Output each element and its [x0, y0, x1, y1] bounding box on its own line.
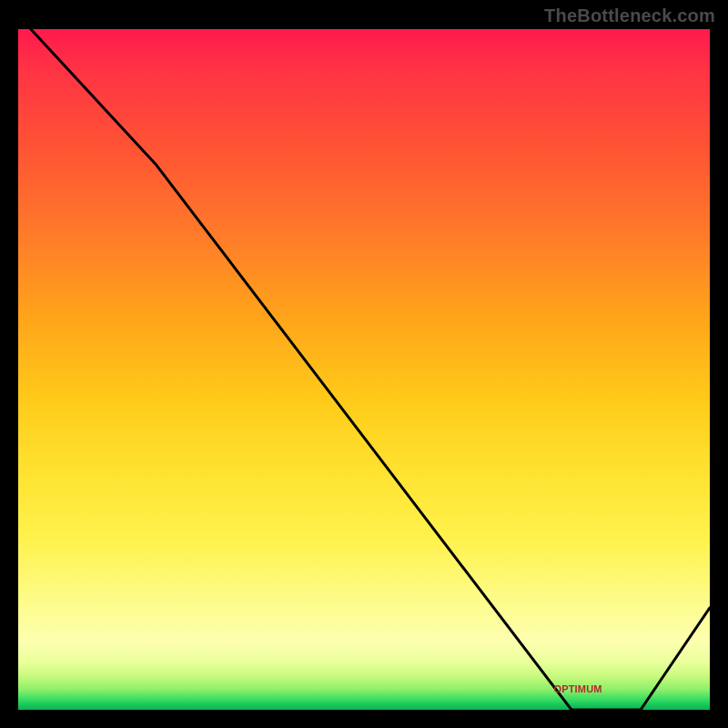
curve-path	[18, 29, 710, 710]
bottleneck-curve	[18, 29, 710, 710]
plot-frame: OPTIMUM	[18, 29, 710, 710]
chart-container: TheBottleneck.com OPTIMUM	[0, 0, 728, 728]
plot-area: OPTIMUM	[18, 29, 710, 710]
watermark-text: TheBottleneck.com	[544, 5, 715, 26]
optimum-label: OPTIMUM	[553, 683, 602, 694]
